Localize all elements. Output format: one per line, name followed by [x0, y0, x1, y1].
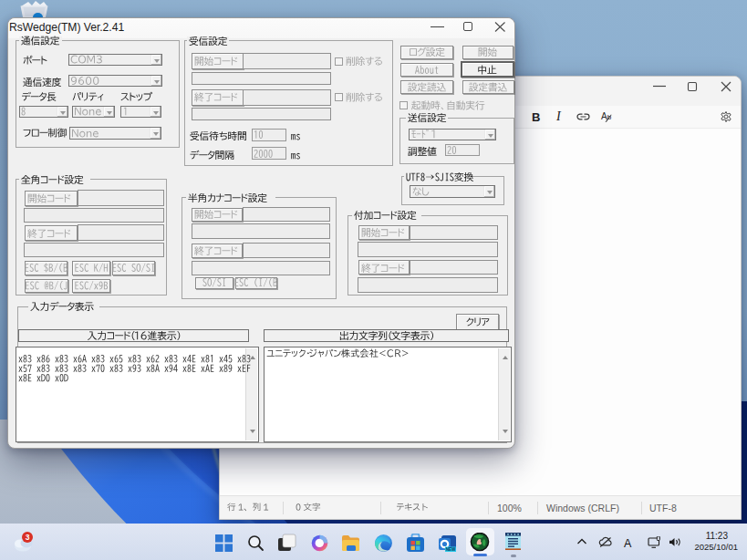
svg-text:NEW: NEW: [446, 547, 456, 552]
svg-text:3: 3: [26, 533, 30, 542]
svg-text:A: A: [624, 537, 632, 550]
